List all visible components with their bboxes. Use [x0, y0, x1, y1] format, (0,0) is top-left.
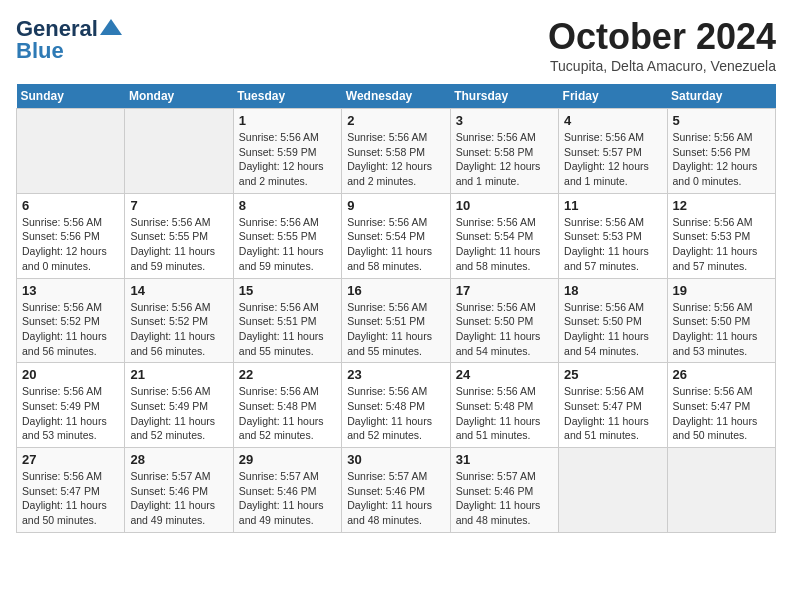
calendar-cell: 6Sunrise: 5:56 AM Sunset: 5:56 PM Daylig…: [17, 193, 125, 278]
calendar-cell: [559, 448, 667, 533]
day-number: 5: [673, 113, 770, 128]
day-number: 21: [130, 367, 227, 382]
calendar-cell: 1Sunrise: 5:56 AM Sunset: 5:59 PM Daylig…: [233, 109, 341, 194]
calendar-cell: 31Sunrise: 5:57 AM Sunset: 5:46 PM Dayli…: [450, 448, 558, 533]
day-detail: Sunrise: 5:56 AM Sunset: 5:47 PM Dayligh…: [22, 469, 119, 528]
weekday-header-monday: Monday: [125, 84, 233, 109]
day-number: 12: [673, 198, 770, 213]
calendar-cell: 12Sunrise: 5:56 AM Sunset: 5:53 PM Dayli…: [667, 193, 775, 278]
month-title: October 2024: [548, 16, 776, 58]
calendar-cell: 11Sunrise: 5:56 AM Sunset: 5:53 PM Dayli…: [559, 193, 667, 278]
day-number: 27: [22, 452, 119, 467]
day-number: 19: [673, 283, 770, 298]
calendar-cell: 24Sunrise: 5:56 AM Sunset: 5:48 PM Dayli…: [450, 363, 558, 448]
weekday-header-saturday: Saturday: [667, 84, 775, 109]
title-block: October 2024 Tucupita, Delta Amacuro, Ve…: [548, 16, 776, 74]
calendar-cell: 30Sunrise: 5:57 AM Sunset: 5:46 PM Dayli…: [342, 448, 450, 533]
weekday-header-wednesday: Wednesday: [342, 84, 450, 109]
logo: General Blue: [16, 16, 122, 64]
day-detail: Sunrise: 5:56 AM Sunset: 5:56 PM Dayligh…: [22, 215, 119, 274]
day-detail: Sunrise: 5:56 AM Sunset: 5:53 PM Dayligh…: [564, 215, 661, 274]
day-detail: Sunrise: 5:57 AM Sunset: 5:46 PM Dayligh…: [347, 469, 444, 528]
day-detail: Sunrise: 5:56 AM Sunset: 5:48 PM Dayligh…: [456, 384, 553, 443]
page-header: General Blue October 2024 Tucupita, Delt…: [16, 16, 776, 74]
day-detail: Sunrise: 5:57 AM Sunset: 5:46 PM Dayligh…: [130, 469, 227, 528]
calendar-cell: 19Sunrise: 5:56 AM Sunset: 5:50 PM Dayli…: [667, 278, 775, 363]
weekday-header-thursday: Thursday: [450, 84, 558, 109]
day-detail: Sunrise: 5:56 AM Sunset: 5:58 PM Dayligh…: [456, 130, 553, 189]
calendar-table: SundayMondayTuesdayWednesdayThursdayFrid…: [16, 84, 776, 533]
weekday-header-sunday: Sunday: [17, 84, 125, 109]
calendar-week-5: 27Sunrise: 5:56 AM Sunset: 5:47 PM Dayli…: [17, 448, 776, 533]
day-number: 4: [564, 113, 661, 128]
day-number: 10: [456, 198, 553, 213]
calendar-week-3: 13Sunrise: 5:56 AM Sunset: 5:52 PM Dayli…: [17, 278, 776, 363]
calendar-cell: [667, 448, 775, 533]
day-number: 11: [564, 198, 661, 213]
day-number: 14: [130, 283, 227, 298]
day-detail: Sunrise: 5:56 AM Sunset: 5:53 PM Dayligh…: [673, 215, 770, 274]
day-detail: Sunrise: 5:56 AM Sunset: 5:50 PM Dayligh…: [564, 300, 661, 359]
weekday-header-friday: Friday: [559, 84, 667, 109]
logo-icon: [100, 19, 122, 35]
calendar-cell: 25Sunrise: 5:56 AM Sunset: 5:47 PM Dayli…: [559, 363, 667, 448]
calendar-cell: 2Sunrise: 5:56 AM Sunset: 5:58 PM Daylig…: [342, 109, 450, 194]
day-number: 29: [239, 452, 336, 467]
day-detail: Sunrise: 5:56 AM Sunset: 5:47 PM Dayligh…: [564, 384, 661, 443]
day-number: 16: [347, 283, 444, 298]
day-detail: Sunrise: 5:56 AM Sunset: 5:50 PM Dayligh…: [673, 300, 770, 359]
svg-marker-0: [100, 19, 122, 35]
calendar-cell: 16Sunrise: 5:56 AM Sunset: 5:51 PM Dayli…: [342, 278, 450, 363]
day-detail: Sunrise: 5:56 AM Sunset: 5:49 PM Dayligh…: [22, 384, 119, 443]
day-number: 20: [22, 367, 119, 382]
calendar-cell: 13Sunrise: 5:56 AM Sunset: 5:52 PM Dayli…: [17, 278, 125, 363]
day-number: 17: [456, 283, 553, 298]
day-number: 26: [673, 367, 770, 382]
calendar-cell: 17Sunrise: 5:56 AM Sunset: 5:50 PM Dayli…: [450, 278, 558, 363]
day-detail: Sunrise: 5:56 AM Sunset: 5:55 PM Dayligh…: [239, 215, 336, 274]
day-detail: Sunrise: 5:56 AM Sunset: 5:50 PM Dayligh…: [456, 300, 553, 359]
day-detail: Sunrise: 5:56 AM Sunset: 5:47 PM Dayligh…: [673, 384, 770, 443]
day-number: 31: [456, 452, 553, 467]
day-detail: Sunrise: 5:57 AM Sunset: 5:46 PM Dayligh…: [239, 469, 336, 528]
calendar-cell: 28Sunrise: 5:57 AM Sunset: 5:46 PM Dayli…: [125, 448, 233, 533]
day-detail: Sunrise: 5:56 AM Sunset: 5:54 PM Dayligh…: [456, 215, 553, 274]
calendar-week-2: 6Sunrise: 5:56 AM Sunset: 5:56 PM Daylig…: [17, 193, 776, 278]
calendar-cell: 3Sunrise: 5:56 AM Sunset: 5:58 PM Daylig…: [450, 109, 558, 194]
day-number: 3: [456, 113, 553, 128]
calendar-cell: 27Sunrise: 5:56 AM Sunset: 5:47 PM Dayli…: [17, 448, 125, 533]
calendar-cell: 5Sunrise: 5:56 AM Sunset: 5:56 PM Daylig…: [667, 109, 775, 194]
calendar-cell: 26Sunrise: 5:56 AM Sunset: 5:47 PM Dayli…: [667, 363, 775, 448]
day-number: 7: [130, 198, 227, 213]
day-detail: Sunrise: 5:56 AM Sunset: 5:59 PM Dayligh…: [239, 130, 336, 189]
day-number: 22: [239, 367, 336, 382]
day-number: 30: [347, 452, 444, 467]
day-detail: Sunrise: 5:57 AM Sunset: 5:46 PM Dayligh…: [456, 469, 553, 528]
calendar-week-4: 20Sunrise: 5:56 AM Sunset: 5:49 PM Dayli…: [17, 363, 776, 448]
calendar-cell: 4Sunrise: 5:56 AM Sunset: 5:57 PM Daylig…: [559, 109, 667, 194]
day-number: 1: [239, 113, 336, 128]
day-number: 23: [347, 367, 444, 382]
day-detail: Sunrise: 5:56 AM Sunset: 5:56 PM Dayligh…: [673, 130, 770, 189]
calendar-cell: [17, 109, 125, 194]
day-detail: Sunrise: 5:56 AM Sunset: 5:48 PM Dayligh…: [347, 384, 444, 443]
calendar-week-1: 1Sunrise: 5:56 AM Sunset: 5:59 PM Daylig…: [17, 109, 776, 194]
calendar-cell: 8Sunrise: 5:56 AM Sunset: 5:55 PM Daylig…: [233, 193, 341, 278]
day-detail: Sunrise: 5:56 AM Sunset: 5:55 PM Dayligh…: [130, 215, 227, 274]
day-detail: Sunrise: 5:56 AM Sunset: 5:57 PM Dayligh…: [564, 130, 661, 189]
day-number: 15: [239, 283, 336, 298]
calendar-cell: 10Sunrise: 5:56 AM Sunset: 5:54 PM Dayli…: [450, 193, 558, 278]
calendar-cell: 9Sunrise: 5:56 AM Sunset: 5:54 PM Daylig…: [342, 193, 450, 278]
day-number: 24: [456, 367, 553, 382]
location: Tucupita, Delta Amacuro, Venezuela: [548, 58, 776, 74]
calendar-cell: 18Sunrise: 5:56 AM Sunset: 5:50 PM Dayli…: [559, 278, 667, 363]
logo-blue: Blue: [16, 38, 64, 64]
day-detail: Sunrise: 5:56 AM Sunset: 5:52 PM Dayligh…: [130, 300, 227, 359]
day-detail: Sunrise: 5:56 AM Sunset: 5:58 PM Dayligh…: [347, 130, 444, 189]
calendar-cell: 21Sunrise: 5:56 AM Sunset: 5:49 PM Dayli…: [125, 363, 233, 448]
weekday-header-row: SundayMondayTuesdayWednesdayThursdayFrid…: [17, 84, 776, 109]
day-detail: Sunrise: 5:56 AM Sunset: 5:48 PM Dayligh…: [239, 384, 336, 443]
calendar-cell: 14Sunrise: 5:56 AM Sunset: 5:52 PM Dayli…: [125, 278, 233, 363]
calendar-cell: 20Sunrise: 5:56 AM Sunset: 5:49 PM Dayli…: [17, 363, 125, 448]
day-number: 9: [347, 198, 444, 213]
